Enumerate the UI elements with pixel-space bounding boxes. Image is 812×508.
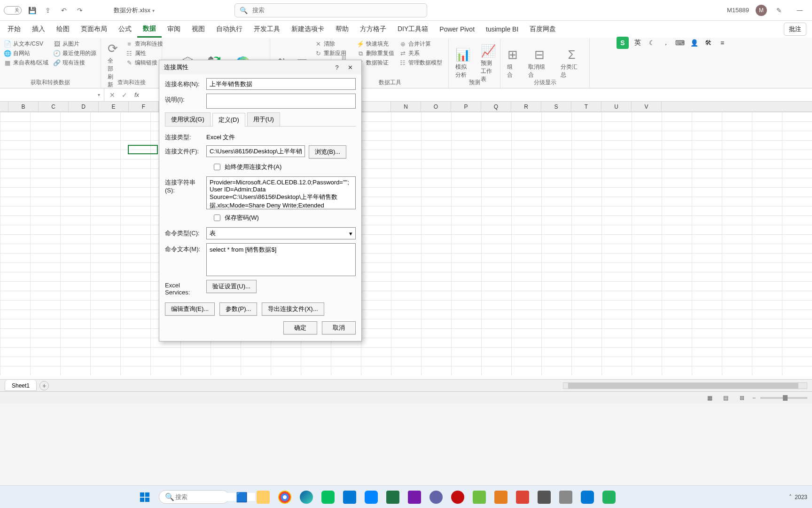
zhihu-icon[interactable] — [362, 488, 381, 507]
page-break-icon[interactable]: ⊞ — [736, 393, 748, 403]
export-conn-button[interactable]: 导出连接文件(X)... — [262, 302, 324, 316]
onenote-icon[interactable] — [405, 488, 424, 507]
conn-string-input[interactable]: Provider=Microsoft.ACE.OLEDB.12.0;Passwo… — [206, 176, 356, 209]
chrome-icon[interactable] — [275, 488, 294, 507]
auth-settings-button[interactable]: 验证设置(U)... — [206, 280, 257, 293]
cancel-formula-icon[interactable]: ✕ — [107, 90, 117, 100]
document-title[interactable]: 数据分析.xlsx▾ — [114, 6, 155, 15]
tab-new[interactable]: 新建选项卡 — [286, 22, 330, 37]
teams-icon[interactable] — [427, 488, 445, 507]
existing-connections[interactable]: 🔗现有连接 — [52, 58, 97, 67]
col-a-partial[interactable] — [0, 102, 8, 111]
tell-me-search[interactable]: 🔍 — [234, 3, 427, 17]
keyboard-icon[interactable]: ⌨ — [675, 38, 685, 48]
col-o[interactable]: O — [421, 102, 451, 111]
ok-button[interactable]: 确定 — [283, 321, 317, 334]
user-icon[interactable]: 👤 — [689, 38, 699, 48]
spreadsheet-grid[interactable]: B C D E F G N O P Q R S T U V — [0, 102, 812, 379]
col-t[interactable]: T — [571, 102, 601, 111]
zoom-out-button[interactable]: − — [752, 395, 756, 401]
col-d[interactable]: D — [69, 102, 99, 111]
minimize-button[interactable]: — — [791, 4, 808, 17]
col-v[interactable]: V — [632, 102, 662, 111]
relations[interactable]: ⇄关系 — [398, 49, 443, 58]
browse-button[interactable]: 浏览(B)... — [309, 145, 346, 159]
clock[interactable]: 2023 — [795, 494, 807, 500]
name-box[interactable]: ▾ — [0, 88, 104, 101]
tab-used-in[interactable]: 用于(U) — [247, 112, 280, 126]
properties[interactable]: ☷属性 — [125, 49, 164, 58]
tab-ffgz[interactable]: 方方格子 — [354, 22, 392, 37]
remove-duplicates[interactable]: ⧉删除重复值 — [356, 49, 395, 58]
zoom-slider[interactable] — [760, 397, 807, 399]
conn-name-input[interactable] — [206, 78, 356, 90]
col-b[interactable]: B — [8, 102, 39, 111]
col-s[interactable]: S — [541, 102, 571, 111]
edge-icon[interactable] — [297, 488, 316, 507]
always-use-file-checkbox[interactable] — [214, 164, 220, 170]
start-button[interactable] — [136, 489, 153, 506]
netease-music-icon[interactable] — [448, 488, 467, 507]
edit-query-button[interactable]: 编辑查询(E)... — [165, 302, 215, 316]
widgets-icon[interactable]: 🟦 — [232, 488, 251, 507]
normal-view-icon[interactable]: ▦ — [704, 393, 716, 403]
moon-icon[interactable]: ☾ — [647, 38, 657, 48]
tab-tusimple[interactable]: tusimple BI — [480, 22, 524, 36]
autosave-toggle[interactable]: 关 — [4, 6, 22, 15]
tab-page-layout[interactable]: 页面布局 — [75, 22, 113, 37]
camtasia-editor-icon[interactable] — [492, 488, 510, 507]
queries-connections[interactable]: ≡查询和连接 — [125, 40, 164, 48]
save-password-checkbox[interactable] — [214, 214, 220, 221]
tab-baidu[interactable]: 百度网盘 — [524, 22, 562, 37]
excel-icon[interactable] — [383, 488, 402, 507]
tab-draw[interactable]: 绘图 — [51, 22, 75, 37]
snagit-icon[interactable] — [513, 488, 532, 507]
grid-body[interactable] — [0, 112, 812, 375]
tab-view[interactable]: 视图 — [186, 22, 211, 37]
tab-review[interactable]: 审阅 — [162, 22, 186, 37]
edit-links[interactable]: ✎编辑链接 — [125, 58, 164, 67]
sogou-icon[interactable] — [600, 488, 618, 507]
recent-sources[interactable]: 🕘最近使用的源 — [52, 49, 97, 58]
tab-insert[interactable]: 插入 — [26, 22, 51, 37]
from-picture[interactable]: 🖼从图片 — [52, 40, 97, 48]
sogou-ime-icon[interactable]: S — [617, 37, 629, 49]
pen-icon[interactable]: ✎ — [773, 5, 785, 16]
tab-powerpivot[interactable]: Power Pivot — [434, 22, 480, 36]
col-q[interactable]: Q — [481, 102, 511, 111]
tab-definition[interactable]: 定义(D) — [212, 113, 245, 127]
comments-button[interactable]: 批注 — [784, 23, 806, 36]
enter-formula-icon[interactable]: ✓ — [119, 90, 130, 100]
add-sheet-button[interactable]: + — [39, 381, 49, 390]
tab-automate[interactable]: 自动执行 — [211, 22, 248, 37]
tab-developer[interactable]: 开发工具 — [248, 22, 286, 37]
manage-model[interactable]: ☷管理数据模型 — [398, 58, 443, 67]
vscode-icon[interactable] — [340, 488, 359, 507]
avatar[interactable]: M — [756, 5, 767, 16]
desc-input[interactable] — [206, 94, 356, 109]
from-text-csv[interactable]: 📄从文本/CSV — [3, 40, 49, 48]
fx-icon[interactable]: fx — [132, 90, 142, 100]
menu-icon[interactable]: ≡ — [717, 38, 727, 48]
conn-file-input[interactable] — [206, 145, 305, 157]
command-text-input[interactable]: select * from [销售数据$] — [206, 243, 356, 276]
close-icon[interactable]: ✕ — [344, 64, 357, 71]
tab-formulas[interactable]: 公式 — [113, 22, 137, 37]
comma-icon[interactable]: ， — [661, 38, 671, 48]
save-icon[interactable]: 💾 — [26, 5, 38, 16]
search-input[interactable] — [251, 6, 422, 14]
wechat-icon[interactable] — [319, 488, 337, 507]
camtasia-icon[interactable] — [470, 488, 489, 507]
ime-lang[interactable]: 英 — [632, 38, 643, 48]
col-r[interactable]: R — [511, 102, 541, 111]
page-layout-icon[interactable]: ▤ — [720, 393, 732, 403]
tray-chevron-icon[interactable]: ˄ — [789, 494, 792, 500]
col-c[interactable]: C — [39, 102, 69, 111]
tools-icon[interactable]: 🛠 — [703, 38, 713, 48]
col-u[interactable]: U — [601, 102, 632, 111]
account-name[interactable]: M15889 — [727, 7, 749, 14]
params-button[interactable]: 参数(P)... — [219, 302, 257, 316]
consolidate[interactable]: ⊕合并计算 — [398, 40, 443, 48]
col-f[interactable]: F — [129, 102, 159, 111]
help-button[interactable]: ? — [330, 64, 344, 71]
